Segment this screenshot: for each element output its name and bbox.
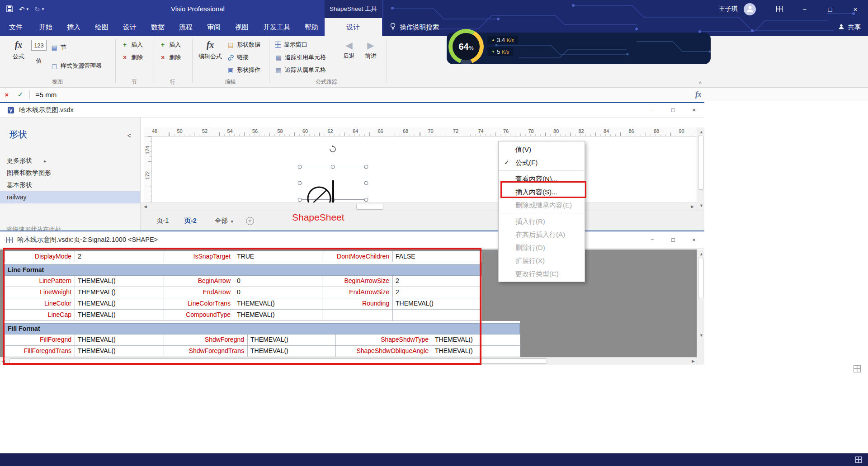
shapesheet-cell-value[interactable]: THEMEVAL() — [75, 287, 164, 298]
scroll-down-icon[interactable]: ▼ — [699, 202, 703, 210]
shapes-panel-item-1[interactable]: 更多形状▸ — [0, 155, 140, 167]
undo-icon[interactable]: ↶ — [19, 6, 25, 13]
scrollbar-thumb[interactable] — [9, 358, 547, 364]
shapesheet-cell-name[interactable]: FillForegnd — [5, 334, 75, 346]
ribbon-tab-5[interactable]: 数据 — [144, 18, 172, 36]
scroll-right-icon[interactable]: ▶ — [692, 358, 695, 365]
switch-windows-icon[interactable] — [854, 365, 861, 372]
link-button[interactable]: 链接 — [227, 52, 249, 62]
shapesheet-window-titlebar[interactable]: 哈木线示意图.vsdx:页-2:Signal2.1000 <SHAPE> − □… — [0, 231, 704, 249]
section-delete-button[interactable]: × 删除 — [121, 52, 143, 62]
signal-shape[interactable] — [301, 177, 369, 202]
shapes-panel-item-4[interactable]: railway — [0, 191, 140, 203]
collapse-ribbon-icon[interactable]: ^ — [699, 80, 702, 87]
shapesheet-cell-value[interactable]: THEMEVAL() — [75, 276, 164, 287]
shapesheet-cell-name[interactable]: Rounding — [322, 298, 393, 310]
rotation-handle[interactable] — [328, 145, 337, 155]
doc-close-button[interactable]: × — [684, 103, 704, 117]
page-tab-2[interactable]: 页-2 — [184, 217, 196, 225]
shapesheet-close-button[interactable]: × — [684, 231, 704, 248]
tab-shapesheet-design[interactable]: 设计 — [325, 18, 382, 36]
shapesheet-cell-value[interactable]: 2 — [393, 287, 482, 298]
sections-button[interactable]: ▤ 节 — [51, 42, 66, 52]
accept-formula-icon[interactable]: ✓ — [14, 90, 27, 99]
show-window-button[interactable]: 显示窗口 — [275, 40, 307, 50]
page-tab-1[interactable]: 页-1 — [156, 217, 169, 225]
menu-item-4[interactable]: 查看内容(N)... — [499, 172, 585, 185]
shapesheet-cell-name[interactable]: LineCap — [5, 310, 75, 321]
menu-item-2[interactable]: 公式(F)✓ — [499, 156, 585, 169]
user-name[interactable]: 王子琪 — [719, 5, 738, 13]
formula-input[interactable]: =5 mm — [36, 91, 57, 99]
shapesheet-cell-value[interactable]: THEMEVAL() — [248, 346, 336, 357]
shapesheet-cell-name[interactable]: LineColor — [5, 298, 75, 310]
shapesheet-cell-name[interactable]: ShdwForegnd — [164, 334, 248, 346]
ribbon-tab-4[interactable]: 设计 — [116, 18, 144, 36]
shapesheet-cell-name[interactable]: EndArrowSize — [322, 287, 393, 298]
row-delete-button[interactable]: × 删除 — [159, 52, 181, 62]
shapesheet-cell-value[interactable]: 2 — [393, 276, 482, 287]
shapesheet-cell-name[interactable]: ShdwForegndTrans — [164, 346, 248, 357]
shape-operations-button[interactable]: ▣ 形状操作 — [227, 65, 260, 75]
shapesheet-minimize-button[interactable]: − — [642, 231, 663, 248]
shapesheet-cell-value[interactable]: 2 — [75, 251, 164, 262]
canvas-vertical-scrollbar[interactable]: ▲ ▼ — [697, 127, 704, 211]
avatar[interactable] — [744, 3, 756, 15]
scrollbar-thumb[interactable] — [356, 204, 383, 210]
trace-dependents-button[interactable]: ▦ 追踪从属单元格 — [275, 65, 326, 75]
ribbon-tab-3[interactable]: 绘图 — [88, 18, 116, 36]
minimize-button[interactable]: − — [792, 0, 817, 18]
shapesheet-cell-name[interactable] — [322, 310, 393, 321]
shapesheet-cell-value[interactable] — [393, 310, 482, 321]
close-button[interactable]: × — [843, 0, 868, 18]
shapesheet-cell-value[interactable]: THEMEVAL() — [234, 298, 322, 310]
scroll-left-icon[interactable]: ◀ — [2, 358, 5, 365]
shapesheet-cell-name[interactable]: LineColorTrans — [164, 298, 234, 310]
shape-data-button[interactable]: ▤ 形状数据 — [227, 40, 260, 50]
scroll-up-icon[interactable]: ▲ — [699, 128, 703, 136]
shapesheet-cell-name[interactable]: EndArrow — [164, 287, 234, 298]
share-button[interactable]: 共享 — [838, 18, 861, 36]
all-pages-button[interactable]: 全部 ▲ — [215, 217, 234, 225]
undo-dropdown-icon[interactable]: ▾ — [27, 7, 29, 11]
shapesheet-cell-name[interactable]: CompoundType — [164, 310, 234, 321]
shapesheet-cell-value[interactable]: TRUE — [234, 251, 322, 262]
shapesheet-cell-value[interactable]: THEMEVAL() — [248, 334, 336, 346]
scroll-down-icon[interactable]: ▼ — [699, 332, 703, 339]
edit-formula-button[interactable]: fx 编辑公式 — [196, 40, 224, 61]
shapesheet-cell-name[interactable]: FillForegndTrans — [5, 346, 75, 357]
scrollbar-thumb[interactable] — [698, 136, 703, 190]
ribbon-tab-9[interactable]: 开发工具 — [256, 18, 297, 36]
shapesheet-cell-name[interactable]: ShapeShdwType — [336, 334, 432, 346]
shapesheet-horizontal-scrollbar[interactable]: ◀ ▶ — [0, 357, 697, 365]
doc-maximize-button[interactable]: □ — [663, 103, 684, 117]
shapesheet-cell-name[interactable]: DontMoveChildren — [322, 251, 393, 262]
doc-minimize-button[interactable]: − — [642, 103, 663, 117]
drawing-canvas[interactable] — [152, 137, 697, 202]
formula-button[interactable]: fx 公式 — [5, 40, 32, 61]
selection-handle[interactable] — [331, 165, 335, 169]
add-page-button[interactable]: + — [246, 217, 254, 225]
scroll-right-icon[interactable]: ▶ — [691, 203, 694, 211]
shapesheet-cell-value[interactable]: FALSE — [393, 251, 482, 262]
collapse-shapes-panel-icon[interactable]: < — [127, 132, 131, 139]
ribbon-tab-1[interactable]: 开始 — [32, 18, 60, 36]
shapesheet-cell-value[interactable]: THEMEVAL() — [393, 298, 482, 310]
shapesheet-cell-value[interactable]: THEMEVAL() — [75, 298, 164, 310]
shapesheet-cell-name[interactable]: IsSnapTarget — [164, 251, 234, 262]
tell-me-search[interactable]: 操作说明搜索 — [390, 18, 439, 36]
shapesheet-cell-name[interactable]: LineWeight — [5, 287, 75, 298]
shapesheet-cell-name[interactable]: DisplayMode — [5, 251, 75, 262]
shapesheet-cell-value[interactable]: THEMEVAL() — [432, 334, 520, 346]
file-tab[interactable]: 文件 — [0, 18, 32, 36]
shapes-panel-item-3[interactable]: 基本形状 — [0, 179, 140, 191]
shapesheet-vertical-scrollbar[interactable]: ▲ ▼ — [697, 249, 704, 365]
qat-customize-icon[interactable]: ▾ — [42, 7, 44, 11]
shapesheet-maximize-button[interactable]: □ — [663, 231, 684, 248]
shapesheet-cell-value[interactable]: THEMEVAL() — [75, 346, 164, 357]
scrollbar-thumb[interactable] — [698, 258, 703, 298]
shapesheet-cell-value[interactable]: 0 — [234, 287, 322, 298]
style-explorer-button[interactable]: ▢ 样式资源管理器 — [51, 61, 102, 71]
ribbon-display-options-button[interactable] — [767, 0, 792, 18]
trace-precedents-button[interactable]: ▦ 追踪引用单元格 — [275, 52, 326, 62]
